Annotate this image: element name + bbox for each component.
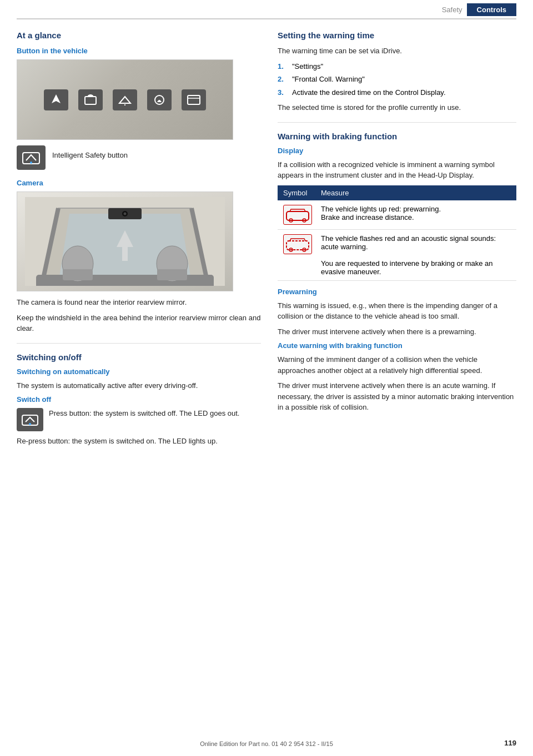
at-glance-title: At a glance <box>17 31 261 40</box>
svg-point-11 <box>124 213 127 215</box>
display-desc: If a collision with a recognized vehicle… <box>278 159 516 181</box>
camera-interior-svg <box>25 197 225 286</box>
setting-title: Setting the warning time <box>278 31 516 40</box>
switch-off-row: Press button: the system is switched off… <box>17 408 261 431</box>
switching-on-desc: The system is automatically active after… <box>17 380 261 391</box>
list-item-1: 1. "Settings" <box>278 61 516 72</box>
svg-rect-13 <box>63 269 93 280</box>
switching-on-title: Switching on automatically <box>17 367 261 376</box>
list-num-2: 2. <box>278 74 288 85</box>
dashboard-btn-5 <box>182 89 206 110</box>
switch-off-icon <box>17 408 43 431</box>
prewarning-title: Prewarning <box>278 288 516 296</box>
svg-rect-15 <box>157 269 187 280</box>
dashboard-btn-2 <box>78 89 103 110</box>
right-column: Setting the warning time The warning tim… <box>278 31 516 451</box>
page-header: Safety Controls <box>17 0 516 19</box>
car-symbol-1 <box>283 205 312 225</box>
divider-1 <box>17 343 261 344</box>
warning-braking-title: Warning with braking function <box>278 132 516 141</box>
isafety-row: Intelligent Safety button <box>17 145 261 170</box>
divider-right-1 <box>278 122 516 123</box>
setting-note: The selected time is stored for the prof… <box>278 102 516 113</box>
switch-off-title: Switch off <box>17 395 261 404</box>
list-num-1: 1. <box>278 61 288 72</box>
list-item-2: 2. "Frontal Coll. Warning" <box>278 74 516 85</box>
footer-text: Online Edition for Part no. 01 40 2 954 … <box>200 740 333 747</box>
dashboard-btn-3 <box>113 89 137 110</box>
display-title: Display <box>278 147 516 155</box>
camera-desc-1: The camera is found near the interior re… <box>17 297 261 308</box>
list-item-3: 3. Activate the desired time on the Cont… <box>278 87 516 98</box>
svg-rect-0 <box>85 97 96 104</box>
list-text-3: Activate the desired time on the Control… <box>292 87 446 98</box>
table-row-1: The vehicle lights up red: prewarning. B… <box>278 200 516 230</box>
camera-image <box>17 191 233 291</box>
svg-point-18 <box>29 423 31 425</box>
acute-desc1: Warning of the imminent danger of a coll… <box>278 354 516 376</box>
switching-title: Switching on/off <box>17 352 261 362</box>
list-num-3: 3. <box>278 87 288 98</box>
main-content: At a glance Button in the vehicle <box>0 19 533 485</box>
dashboard-btn-4 <box>147 89 172 110</box>
page-number: 119 <box>504 739 516 747</box>
table-icon-2 <box>278 229 315 280</box>
vehicle-button-image <box>17 59 233 140</box>
svg-point-6 <box>30 162 32 164</box>
table-header-measure: Measure <box>315 185 516 200</box>
table-measure-1: The vehicle lights up red: prewarning. B… <box>315 200 516 230</box>
prewarning-desc1: This warning is issued, e.g., when there… <box>278 300 516 322</box>
list-text-2: "Frontal Coll. Warning" <box>292 74 365 85</box>
table-header-symbol: Symbol <box>278 185 315 200</box>
switch-off-desc: Press button: the system is switched off… <box>49 408 239 419</box>
isafety-icon <box>17 145 46 170</box>
camera-desc-2: Keep the windshield in the area behind t… <box>17 313 261 334</box>
footer: Online Edition for Part no. 01 40 2 954 … <box>0 740 533 747</box>
setting-desc: The warning time can be set via iDrive. <box>278 46 516 57</box>
warning-table: Symbol Measure <box>278 185 516 281</box>
acute-desc2: The driver must intervene actively when … <box>278 380 516 413</box>
header-controls-label: Controls <box>467 3 516 16</box>
camera-title: Camera <box>17 179 261 187</box>
left-column: At a glance Button in the vehicle <box>17 31 261 451</box>
isafety-label: Intelligent Safety button <box>52 150 128 161</box>
header-safety-label: Safety <box>442 6 462 14</box>
acute-title: Acute warning with braking function <box>278 341 516 350</box>
setting-steps-list: 1. "Settings" 2. "Frontal Coll. Warning"… <box>278 61 516 98</box>
car-symbol-2 <box>283 234 312 254</box>
switch-off-desc2: Re-press button: the system is switched … <box>17 436 261 447</box>
table-icon-1 <box>278 200 315 230</box>
svg-rect-3 <box>188 95 200 104</box>
prewarning-desc2: The driver must intervene actively when … <box>278 326 516 337</box>
table-row-2: The vehicle flashes red and an acoustic … <box>278 229 516 280</box>
button-in-vehicle-title: Button in the vehicle <box>17 47 261 55</box>
list-text-1: "Settings" <box>292 61 323 72</box>
table-measure-2: The vehicle flashes red and an acoustic … <box>315 229 516 280</box>
dashboard-btn-1 <box>44 89 68 110</box>
